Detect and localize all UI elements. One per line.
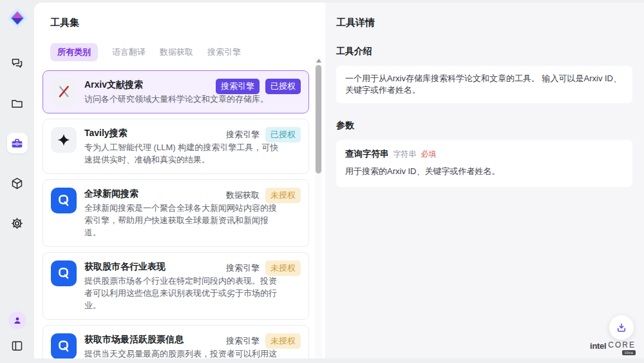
download-icon [616,322,627,333]
category-label: 数据获取 [226,190,260,201]
category-label: 搜索引擎 [226,262,260,274]
download-button[interactable] [609,315,634,340]
auth-status-badge: 已授权 [265,79,301,94]
gear-icon [10,217,24,230]
app-logo-icon [6,6,29,30]
main-panel: 工具集 所有类别 语言翻译 数据获取 搜索引擎 A [34,3,644,358]
sparkle-icon [51,127,77,153]
intel-wordmark: intel [590,341,606,351]
parameter-card: 查询字符串 字符串 必填 用于搜索的Arxiv ID、关键字或作者姓名。 [336,140,632,187]
tool-intro-text: 一个用于从Arxiv存储库搜索科学论文和文章的工具。 输入可以是Arxiv ID… [336,66,632,103]
tab-search-engine[interactable]: 搜索引擎 [207,46,241,58]
cube-icon [10,177,24,190]
tool-card-most-active-stocks[interactable]: 获取市场最活跃股票信息 提供当天交易量最高的股票列表，投资者可以利用这些信息来识… [43,325,309,358]
q-bubble-icon [51,260,77,286]
tool-description: 提供当天交易量最高的股票列表，投资者可以利用这些信息来识别流动性强的股票和潜在的… [84,348,280,358]
sidebar-item-files[interactable] [7,93,28,113]
toolbox-icon [10,137,24,150]
category-tabs: 所有类别 语言翻译 数据获取 搜索引擎 [50,43,325,61]
tool-card-global-news[interactable]: 全球新闻搜索 全球新闻搜索是一个聚合全球各大新闻网站内容的搜索引擎，帮助用户快速… [43,179,309,247]
sidebar-nav [7,53,28,233]
intel-core-logo: intel core Ultra [590,341,636,355]
parameter-name: 查询字符串 [345,148,389,160]
tab-translation[interactable]: 语言翻译 [112,46,146,58]
auth-status-badge: 未授权 [265,188,301,203]
tool-card-sector-performance[interactable]: 获取股市各行业表现 提供股票市场各个行业在特定时间段内的表现。投资者可以利用这些… [43,252,309,320]
parameter-required-flag: 必填 [421,149,437,160]
collapse-sidebar-button[interactable] [9,337,26,354]
tool-card-arxiv[interactable]: Arxiv文献搜索 访问各个研究领域大量科学论文和文章的存储库。 搜索引擎 已授… [43,70,309,113]
sidebar-bottom [8,311,26,363]
sidebar-item-models[interactable] [7,173,28,193]
person-icon [12,315,23,326]
arxiv-x-icon [51,79,77,104]
core-ultra-badge: Ultra [622,350,636,355]
parameter-type: 字符串 [393,149,417,160]
app-window: 工具集 所有类别 语言翻译 数据获取 搜索引擎 A [0,0,644,363]
details-title: 工具详情 [336,17,632,29]
category-label: 搜索引擎 [226,335,260,347]
tool-description: 专为人工智能代理 (LLM) 构建的搜索引擎工具，可快速提供实时、准确和真实的结… [84,141,280,166]
auth-status-badge: 未授权 [265,333,301,349]
auth-status-badge: 未授权 [265,260,301,276]
tab-all-categories[interactable]: 所有类别 [50,43,98,61]
sidebar-item-settings[interactable] [7,213,28,233]
params-section-title: 参数 [336,120,632,132]
tool-description: 全球新闻搜索是一个聚合全球各大新闻网站内容的搜索引擎，帮助用户快速获取全球最新资… [84,202,280,239]
parameter-description: 用于搜索的Arxiv ID、关键字或作者姓名。 [345,166,623,177]
q-bubble-icon [51,188,77,213]
tab-data-fetch[interactable]: 数据获取 [160,46,193,58]
tool-description: 提供股票市场各个行业在特定时间段内的表现。投资者可以利用这些信息来识别表现优于或… [84,275,280,311]
category-label: 搜索引擎 [226,129,260,141]
user-avatar[interactable] [8,311,26,329]
auth-status-badge: 已授权 [265,127,301,142]
scroll-up-arrow-icon[interactable] [316,59,321,63]
sidebar-item-toolbox[interactable] [7,133,28,153]
intro-section-title: 工具介绍 [336,46,632,57]
folder-icon [10,97,24,110]
core-wordmark: core [608,341,636,349]
sidebar [0,0,34,363]
chat-icon [10,57,24,70]
collapse-panel-icon [10,339,24,353]
tool-description: 访问各个研究领域大量科学论文和文章的存储库。 [84,93,280,105]
list-scrollbar[interactable] [315,57,322,358]
tool-card-list: Arxiv文献搜索 访问各个研究领域大量科学论文和文章的存储库。 搜索引擎 已授… [43,70,309,358]
category-badge: 搜索引擎 [216,79,260,94]
page-title: 工具集 [50,17,325,29]
q-bubble-icon [51,333,77,358]
tool-details-pane: 工具详情 工具介绍 一个用于从Arxiv存储库搜索科学论文和文章的工具。 输入可… [325,3,644,358]
tool-card-tavily[interactable]: Tavily搜索 专为人工智能代理 (LLM) 构建的搜索引擎工具，可快速提供实… [43,119,309,174]
sidebar-item-chat[interactable] [7,53,28,74]
tool-list-pane: 工具集 所有类别 语言翻译 数据获取 搜索引擎 A [34,3,325,358]
scrollbar-thumb[interactable] [316,65,321,173]
